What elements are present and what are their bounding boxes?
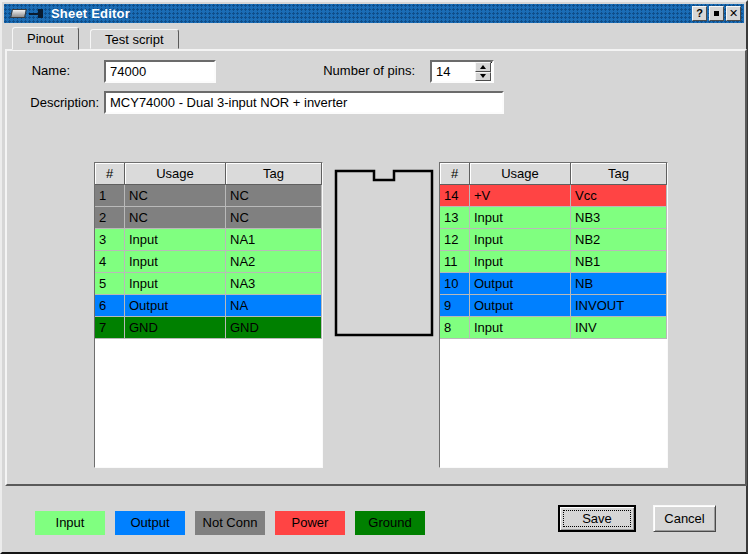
header-tag[interactable]: Tag	[571, 163, 667, 185]
spin-down-button[interactable]	[475, 72, 491, 82]
color-legend: Input Output Not Conn Power Ground	[35, 511, 425, 535]
name-label: Name:	[12, 63, 70, 78]
pin-usage-cell[interactable]: Output	[125, 295, 226, 317]
pin-table-left-body: 1 NC NC 2 NC NC 3 Input NA1	[95, 185, 322, 339]
help-button[interactable]: ?	[692, 6, 707, 21]
pin-row[interactable]: 4 Input NA2	[95, 251, 322, 273]
pin-tag-cell[interactable]: NC	[226, 207, 322, 229]
pin-tag-cell[interactable]: NA2	[226, 251, 322, 273]
pin-table-left-header: # Usage Tag	[95, 163, 322, 185]
pin-number-cell[interactable]: 3	[95, 229, 125, 251]
header-tag[interactable]: Tag	[226, 163, 322, 185]
pin-row[interactable]: 2 NC NC	[95, 207, 322, 229]
pin-tag-cell[interactable]: INVOUT	[571, 295, 667, 317]
header-pin[interactable]: #	[95, 163, 125, 185]
description-input[interactable]	[106, 93, 502, 112]
pin-row[interactable]: 9 Output INVOUT	[440, 295, 667, 317]
close-button[interactable]: ✕	[726, 6, 741, 21]
pin-tag-cell[interactable]: NB	[571, 273, 667, 295]
description-label: Description:	[12, 95, 99, 110]
pin-tag-cell[interactable]: INV	[571, 317, 667, 339]
pin-row[interactable]: 11 Input NB1	[440, 251, 667, 273]
pin-number-cell[interactable]: 8	[440, 317, 470, 339]
pin-row[interactable]: 6 Output NA	[95, 295, 322, 317]
header-usage[interactable]: Usage	[125, 163, 226, 185]
pin-usage-cell[interactable]: NC	[125, 207, 226, 229]
pin-number-cell[interactable]: 7	[95, 317, 125, 339]
pin-row[interactable]: 1 NC NC	[95, 185, 322, 207]
pin-number-cell[interactable]: 2	[95, 207, 125, 229]
pin-number-cell[interactable]: 11	[440, 251, 470, 273]
titlebar-buttons: ? ✕	[692, 6, 741, 21]
pin-row[interactable]: 7 GND GND	[95, 317, 322, 339]
number-of-pins-label: Number of pins:	[287, 63, 415, 78]
pin-number-cell[interactable]: 6	[95, 295, 125, 317]
pin-usage-cell[interactable]: GND	[125, 317, 226, 339]
spin-up-button[interactable]	[475, 62, 491, 72]
name-field-frame	[104, 60, 216, 83]
pin-number-cell[interactable]: 12	[440, 229, 470, 251]
maximize-button[interactable]	[709, 6, 724, 21]
pin-row[interactable]: 3 Input NA1	[95, 229, 322, 251]
pin-number-cell[interactable]: 10	[440, 273, 470, 295]
pin-row[interactable]: 14 +V Vcc	[440, 185, 667, 207]
tab-test-script[interactable]: Test script	[90, 29, 179, 49]
save-button[interactable]: Save	[558, 505, 636, 532]
pin-number-cell[interactable]: 4	[95, 251, 125, 273]
pin-number-cell[interactable]: 5	[95, 273, 125, 295]
up-arrow-icon	[480, 65, 486, 69]
pin-number-cell[interactable]: 14	[440, 185, 470, 207]
pins-spinbox	[430, 60, 494, 83]
pin-row[interactable]: 8 Input INV	[440, 317, 667, 339]
pin-usage-cell[interactable]: Input	[470, 207, 571, 229]
titlebar[interactable]: Sheet Editor ? ✕	[4, 4, 744, 23]
header-pin[interactable]: #	[440, 163, 470, 185]
name-input[interactable]	[106, 62, 214, 81]
header-usage[interactable]: Usage	[470, 163, 571, 185]
pin-table-right: # Usage Tag 14 +V Vcc 13 Input NB3	[439, 162, 668, 468]
legend-label: Ground	[368, 515, 411, 530]
pin-usage-cell[interactable]: Output	[470, 295, 571, 317]
window-title: Sheet Editor	[51, 6, 130, 21]
pin-row[interactable]: 5 Input NA3	[95, 273, 322, 295]
legend-chip: Power	[275, 511, 345, 535]
pin-tag-cell[interactable]: NB2	[571, 229, 667, 251]
pin-tag-cell[interactable]: GND	[226, 317, 322, 339]
pin-usage-cell[interactable]: Input	[470, 317, 571, 339]
sheet-editor-window: Sheet Editor ? ✕ Pinout Test script Name…	[0, 0, 748, 554]
pins-input[interactable]	[432, 62, 475, 81]
pin-usage-cell[interactable]: Input	[125, 251, 226, 273]
cancel-button[interactable]: Cancel	[653, 505, 716, 532]
pin-number-cell[interactable]: 9	[440, 295, 470, 317]
pin-table-left: # Usage Tag 1 NC NC 2 NC NC	[94, 162, 323, 468]
pin-number-cell[interactable]: 1	[95, 185, 125, 207]
pin-usage-cell[interactable]: +V	[470, 185, 571, 207]
pin-table-right-header: # Usage Tag	[440, 163, 667, 185]
legend-chip: Output	[115, 511, 185, 535]
legend-chip: Input	[35, 511, 105, 535]
window-pin-icon[interactable]	[29, 8, 45, 19]
pin-tag-cell[interactable]: NA1	[226, 229, 322, 251]
pin-row[interactable]: 12 Input NB2	[440, 229, 667, 251]
pin-row[interactable]: 13 Input NB3	[440, 207, 667, 229]
pinout-tab-page: Name: Number of pins: Description: # Usa…	[5, 49, 747, 486]
chip-body-path	[336, 171, 432, 335]
pin-row[interactable]: 10 Output NB	[440, 273, 667, 295]
tab-pinout[interactable]: Pinout	[12, 27, 79, 50]
pin-usage-cell[interactable]: Input	[125, 273, 226, 295]
pin-number-cell[interactable]: 13	[440, 207, 470, 229]
legend-label: Not Conn	[203, 515, 258, 530]
legend-chip: Ground	[355, 511, 425, 535]
pin-usage-cell[interactable]: Input	[470, 251, 571, 273]
pin-tag-cell[interactable]: NA	[226, 295, 322, 317]
pin-usage-cell[interactable]: Output	[470, 273, 571, 295]
pin-usage-cell[interactable]: Input	[470, 229, 571, 251]
pin-tag-cell[interactable]: NB1	[571, 251, 667, 273]
pin-usage-cell[interactable]: Input	[125, 229, 226, 251]
pin-tag-cell[interactable]: Vcc	[571, 185, 667, 207]
pin-tag-cell[interactable]: NC	[226, 185, 322, 207]
pin-tag-cell[interactable]: NB3	[571, 207, 667, 229]
maximize-icon	[714, 11, 719, 16]
pin-usage-cell[interactable]: NC	[125, 185, 226, 207]
pin-tag-cell[interactable]: NA3	[226, 273, 322, 295]
